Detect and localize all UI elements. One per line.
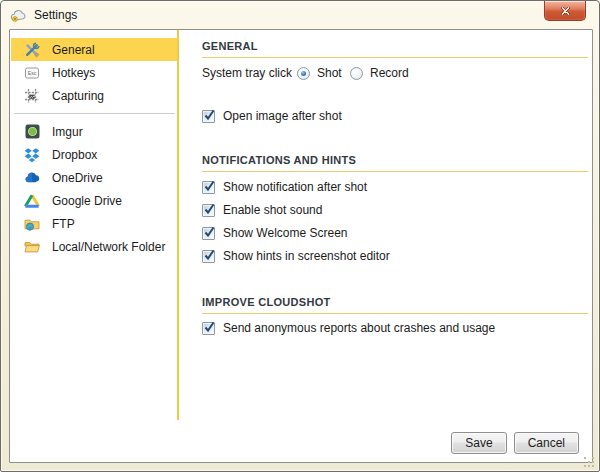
sidebar-item-google-drive[interactable]: Google Drive (11, 189, 177, 212)
checkbox-show-notification[interactable]: Show notification after shot (202, 180, 367, 194)
sidebar-separator (14, 113, 175, 114)
settings-window: Settings General (0, 0, 600, 472)
cancel-button[interactable]: Cancel (514, 432, 579, 454)
sidebar-item-onedrive[interactable]: OneDrive (11, 166, 177, 189)
sidebar-item-label: Hotkeys (52, 66, 95, 80)
checkbox-control[interactable] (202, 110, 215, 123)
dropbox-icon (24, 147, 40, 163)
sidebar-item-hotkeys[interactable]: Esc Hotkeys (11, 61, 177, 84)
sidebar-item-label: Local/Network Folder (52, 240, 165, 254)
ftp-folder-globe-icon (24, 216, 40, 232)
settings-content: GENERAL System tray click Shot Record Op… (202, 30, 588, 462)
cloudshot-cloud-icon (10, 8, 27, 22)
radio-record-control[interactable] (350, 67, 363, 80)
checkbox-show-welcome-screen[interactable]: Show Welcome Screen (202, 226, 348, 240)
checkbox-show-hints[interactable]: Show hints in screenshot editor (202, 249, 390, 263)
section-header-improve: IMPROVE CLOUDSHOT (202, 296, 588, 314)
radio-shot[interactable]: Shot (297, 66, 342, 80)
imgur-icon (24, 124, 40, 140)
sidebar-item-ftp[interactable]: FTP (11, 212, 177, 235)
checkbox-open-image-after-shot[interactable]: Open image after shot (202, 109, 342, 123)
section-header-general: GENERAL (202, 40, 588, 58)
radio-shot-control[interactable] (297, 67, 310, 80)
crop-icon (24, 88, 40, 104)
footer-buttons: Save Cancel (451, 432, 579, 454)
sidebar-item-imgur[interactable]: Imgur (11, 120, 177, 143)
checkbox-control[interactable] (202, 322, 215, 335)
folder-icon (24, 239, 40, 255)
sidebar: General Esc Hotkeys (10, 30, 179, 420)
sidebar-item-label: Imgur (52, 125, 83, 139)
window-title: Settings (34, 8, 77, 22)
google-drive-icon (24, 193, 40, 209)
close-button[interactable] (544, 1, 586, 21)
close-x-icon (561, 7, 570, 15)
esc-key-icon: Esc (24, 65, 40, 81)
checkbox-send-anonymous-reports[interactable]: Send anonymous reports about crashes and… (202, 321, 495, 335)
sidebar-item-label: General (52, 43, 95, 57)
sidebar-item-label: Capturing (52, 89, 104, 103)
sidebar-item-general[interactable]: General (11, 38, 177, 61)
checkbox-enable-shot-sound[interactable]: Enable shot sound (202, 203, 322, 217)
sidebar-item-label: Dropbox (52, 148, 97, 162)
sidebar-item-label: FTP (52, 217, 75, 231)
svg-text:Esc: Esc (28, 70, 37, 76)
sidebar-item-local-network-folder[interactable]: Local/Network Folder (11, 235, 177, 258)
section-header-notifications: NOTIFICATIONS AND HINTS (202, 154, 588, 172)
sidebar-item-label: OneDrive (52, 171, 103, 185)
onedrive-icon (24, 170, 40, 186)
client-area: General Esc Hotkeys (9, 29, 593, 463)
checkbox-control[interactable] (202, 204, 215, 217)
sidebar-item-label: Google Drive (52, 194, 122, 208)
save-button[interactable]: Save (451, 432, 506, 454)
system-tray-click-row: System tray click Shot Record (202, 66, 292, 80)
sidebar-item-dropbox[interactable]: Dropbox (11, 143, 177, 166)
radio-record[interactable]: Record (350, 66, 409, 80)
resize-grip[interactable] (584, 457, 595, 468)
checkbox-control[interactable] (202, 181, 215, 194)
checkbox-control[interactable] (202, 227, 215, 240)
checkbox-control[interactable] (202, 250, 215, 263)
system-tray-click-label: System tray click (202, 66, 292, 80)
sidebar-item-capturing[interactable]: Capturing (11, 84, 177, 107)
title-bar[interactable]: Settings (1, 1, 599, 29)
tools-icon (24, 42, 40, 58)
